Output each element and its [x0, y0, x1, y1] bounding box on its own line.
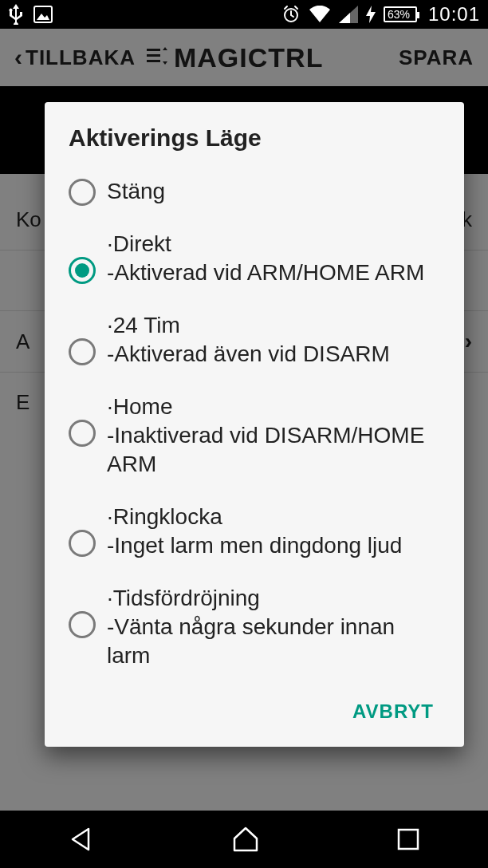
radio-icon: [69, 530, 96, 557]
status-clock: 10:01: [428, 3, 480, 26]
wifi-icon: [309, 6, 331, 23]
dialog-title: Aktiverings Läge: [69, 124, 442, 152]
cancel-button[interactable]: AVBRYT: [352, 700, 434, 723]
radio-icon: [69, 338, 96, 365]
cellular-icon: [339, 6, 358, 23]
radio-icon: [69, 179, 96, 206]
svg-rect-12: [399, 830, 418, 849]
svg-marker-4: [339, 13, 350, 23]
status-bar: 63% 10:01: [0, 0, 488, 29]
option-direct[interactable]: ·Direkt -Aktiverad vid ARM/HOME ARM: [69, 222, 442, 303]
nav-back-button[interactable]: [68, 826, 95, 853]
radio-icon: [69, 420, 96, 447]
option-24tim[interactable]: ·24 Tim -Aktiverad även vid DISARM: [69, 303, 442, 385]
svg-marker-1: [37, 14, 49, 20]
usb-icon: [8, 4, 24, 25]
radio-icon: [69, 611, 96, 638]
option-home[interactable]: ·Home -Inaktiverad vid DISARM/HOME ARM: [69, 385, 442, 495]
svg-marker-5: [366, 6, 376, 23]
battery-indicator: 63%: [384, 6, 417, 22]
activation-mode-dialog: Aktiverings Läge Stäng ·Direkt -Aktivera…: [45, 102, 464, 747]
navigation-bar: [0, 811, 488, 868]
nav-home-button[interactable]: [231, 826, 260, 853]
charging-icon: [366, 6, 376, 23]
option-delay[interactable]: ·Tidsfördröjning -Vänta några sekunder i…: [69, 576, 442, 686]
nav-recent-button[interactable]: [396, 827, 420, 851]
option-ringklocka[interactable]: ·Ringklocka -Inget larm men dingdong lju…: [69, 495, 442, 576]
svg-marker-11: [73, 829, 89, 850]
picture-icon: [33, 6, 53, 23]
battery-percent: 63%: [388, 8, 410, 21]
alarm-icon: [281, 5, 301, 24]
radio-icon-selected: [69, 257, 96, 284]
option-close[interactable]: Stäng: [69, 169, 442, 222]
